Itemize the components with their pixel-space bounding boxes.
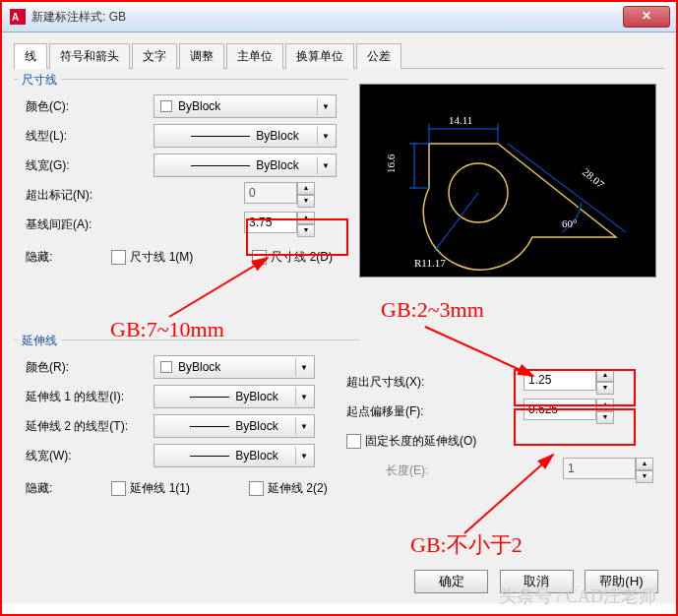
ext-lineweight-label: 线宽(W): [26, 448, 154, 464]
annotation-text-ext-beyond: GB:2~3mm [381, 297, 484, 323]
dim-suppress-label: 隐藏: [26, 249, 52, 266]
tab-fit[interactable]: 调整 [179, 43, 224, 69]
dim-color-label: 颜色(C): [26, 98, 154, 115]
dim-linetype-value: ByBlock [256, 129, 298, 143]
watermark: 头条号 / CAD汪老师 [499, 585, 656, 608]
ext-ticks-label: 超出标记(N): [26, 187, 154, 204]
svg-text:A: A [12, 12, 19, 23]
length-label: 长度(E): [346, 462, 524, 479]
preview-dim-radius: R11.17 [414, 257, 446, 269]
dim-suppress1-label: 尺寸线 1(M) [130, 250, 193, 264]
ext-lineweight-value: ByBlock [235, 449, 277, 462]
ext-suppress1-checkbox[interactable] [111, 481, 126, 496]
ext-color-label: 颜色(R): [26, 359, 154, 376]
ext-linetype2-value: ByBlock [235, 419, 277, 433]
tabstrip: 线 符号和箭头 文字 调整 主单位 换算单位 公差 [14, 42, 664, 69]
fixed-len-label: 固定长度的延伸线(O) [365, 433, 476, 450]
chevron-down-icon: ▼ [295, 417, 312, 435]
dim-color-value: ByBlock [178, 99, 220, 113]
chevron-down-icon: ▼ [317, 127, 334, 145]
spinner-up-icon[interactable]: ▲ [636, 458, 653, 470]
spinner-up-icon[interactable]: ▲ [297, 212, 315, 224]
titlebar: A 新建标注样式: GB ✕ [2, 2, 676, 32]
dimstyle-preview: 14.11 16.6 R11.17 60° 28.07 [359, 84, 656, 277]
chevron-down-icon: ▼ [295, 358, 312, 376]
dim-suppress2-checkbox[interactable] [252, 250, 267, 265]
ext-suppress2-label: 延伸线 2(2) [268, 481, 328, 495]
length-input[interactable] [563, 458, 636, 479]
chevron-down-icon: ▼ [317, 156, 334, 174]
dim-lineweight-value: ByBlock [256, 158, 298, 172]
dim-lineweight-combo[interactable]: ByBlock▼ [154, 154, 337, 177]
tab-primary[interactable]: 主单位 [226, 43, 283, 69]
length-spinner[interactable]: ▲▼ [563, 458, 644, 483]
baseline-spacing-label: 基线间距(A): [26, 216, 154, 233]
tab-lines[interactable]: 线 [14, 43, 47, 69]
chevron-down-icon: ▼ [317, 97, 334, 115]
spinner-up-icon[interactable]: ▲ [596, 399, 614, 411]
dim-linetype-label: 线型(L): [26, 128, 154, 145]
tab-alternate[interactable]: 换算单位 [285, 43, 354, 69]
ext-lineweight-combo[interactable]: ByBlock▼ [154, 444, 315, 467]
tab-text[interactable]: 文字 [132, 43, 177, 69]
ext-ticks-spinner[interactable]: ▲▼ [244, 182, 303, 208]
ext-beyond-dim-label: 超出尺寸线(X): [346, 374, 484, 391]
window-title: 新建标注样式: GB [31, 9, 126, 26]
spinner-down-icon[interactable]: ▼ [636, 470, 653, 483]
ext-ticks-input[interactable] [244, 182, 297, 204]
ext-linetype1-label: 延伸线 1 的线型(I): [26, 389, 154, 405]
app-icon: A [10, 9, 26, 25]
offset-origin-input[interactable] [524, 399, 596, 420]
dim-suppress2-label: 尺寸线 2(D) [271, 250, 333, 264]
ext-suppress-label: 隐藏: [26, 480, 52, 497]
preview-dim-slant: 28.07 [581, 165, 607, 190]
close-button[interactable]: ✕ [623, 6, 670, 28]
ext-suppress2-checkbox[interactable] [249, 481, 264, 496]
spinner-down-icon[interactable]: ▼ [596, 382, 614, 395]
preview-dim-left: 16.6 [385, 154, 397, 173]
baseline-spacing-spinner[interactable]: ▲▼ [244, 212, 303, 237]
dim-lineweight-label: 线宽(G): [26, 157, 154, 174]
ext-lines-group-label: 延伸线 [18, 333, 61, 349]
ext-linetype2-label: 延伸线 2 的线型(T): [26, 418, 154, 435]
tab-symbols[interactable]: 符号和箭头 [49, 43, 130, 69]
ext-beyond-dim-spinner[interactable]: ▲▼ [524, 369, 604, 395]
chevron-down-icon: ▼ [295, 388, 312, 405]
fixed-len-checkbox[interactable] [346, 434, 361, 449]
spinner-up-icon[interactable]: ▲ [297, 182, 315, 195]
spinner-down-icon[interactable]: ▼ [596, 411, 614, 424]
tab-tolerance[interactable]: 公差 [356, 43, 401, 69]
dim-linetype-combo[interactable]: ByBlock▼ [154, 124, 337, 148]
spinner-down-icon[interactable]: ▼ [297, 224, 315, 237]
ext-color-value: ByBlock [178, 360, 220, 374]
spinner-down-icon[interactable]: ▼ [297, 195, 315, 208]
offset-origin-spinner[interactable]: ▲▼ [524, 399, 604, 424]
preview-dim-angle: 60° [562, 217, 577, 229]
offset-origin-label: 起点偏移量(F): [346, 403, 484, 420]
ext-color-combo[interactable]: ByBlock▼ [154, 355, 315, 379]
chevron-down-icon: ▼ [295, 447, 312, 464]
baseline-spacing-input[interactable] [244, 212, 297, 233]
annotation-text-offset: GB:不小于2 [410, 530, 523, 560]
dim-suppress1-checkbox[interactable] [111, 250, 126, 265]
ext-linetype1-combo[interactable]: ByBlock▼ [154, 385, 315, 408]
ext-suppress1-label: 延伸线 1(1) [130, 481, 190, 495]
ext-beyond-dim-input[interactable] [524, 369, 596, 391]
ext-linetype1-value: ByBlock [235, 390, 277, 403]
dim-lines-group-label: 尺寸线 [18, 72, 61, 89]
preview-dim-top: 14.11 [449, 114, 472, 126]
annotation-text-baseline: GB:7~10mm [110, 317, 224, 342]
dim-color-combo[interactable]: ByBlock▼ [154, 94, 337, 118]
ok-button[interactable]: 确定 [414, 570, 488, 593]
spinner-up-icon[interactable]: ▲ [596, 369, 614, 382]
ext-linetype2-combo[interactable]: ByBlock▼ [154, 414, 315, 438]
